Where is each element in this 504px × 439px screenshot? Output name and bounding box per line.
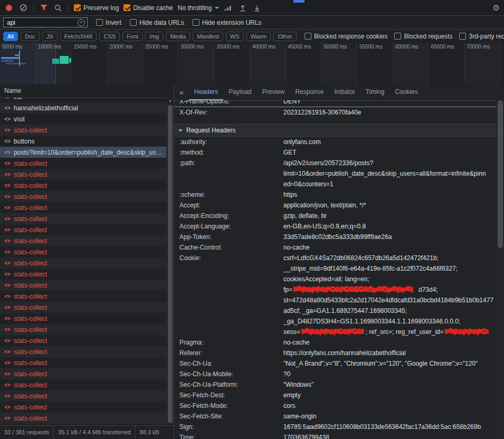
hide-data-urls-checkbox[interactable]: Hide data URLs bbox=[130, 19, 184, 26]
export-har-button[interactable] bbox=[252, 3, 262, 13]
tab-payload[interactable]: Payload bbox=[223, 84, 256, 100]
request-row[interactable]: <>init bbox=[0, 98, 167, 102]
request-name: stats-collect bbox=[14, 304, 47, 311]
request-row[interactable]: <>stats-collect bbox=[0, 335, 167, 346]
clear-filter-icon[interactable]: × bbox=[78, 19, 85, 26]
import-har-button[interactable] bbox=[238, 3, 248, 13]
header-value-line: https bbox=[283, 189, 497, 200]
request-row[interactable]: <>stats-collect bbox=[0, 235, 167, 246]
search-button[interactable] bbox=[53, 3, 63, 13]
request-row[interactable]: <>stats-collect bbox=[0, 158, 167, 169]
request-row[interactable]: <>stats-collect bbox=[0, 402, 167, 413]
request-row[interactable]: <>stats-collect bbox=[0, 324, 167, 335]
request-row[interactable]: <>stats-collect bbox=[0, 280, 167, 291]
overview-ruler-column: 25000 ms bbox=[143, 43, 179, 84]
type-filter-doc[interactable]: Doc bbox=[21, 32, 40, 41]
header-value-line: csrf=LdfcGX4Sa72db06824c657db26a5d142472… bbox=[283, 253, 497, 263]
header-value: no-cache bbox=[283, 337, 497, 348]
clipped-header-row: X-Frame-Options: DENY bbox=[179, 100, 497, 107]
tab-cookies[interactable]: Cookies bbox=[389, 84, 423, 100]
request-row[interactable]: <>stats-collect bbox=[0, 169, 167, 180]
tab-headers[interactable]: Headers bbox=[189, 84, 223, 100]
request-row[interactable]: <>stats-collect bbox=[0, 257, 167, 269]
type-filter-js[interactable]: JS bbox=[42, 32, 58, 41]
clear-button[interactable] bbox=[18, 3, 28, 13]
script-icon: <> bbox=[4, 249, 11, 255]
request-row[interactable]: <>stats-collect bbox=[0, 346, 167, 357]
type-filter-media[interactable]: Media bbox=[166, 32, 190, 41]
header-value: onlyfans.com bbox=[283, 137, 497, 147]
filter-checkbox-blocked-requests[interactable]: Blocked requests bbox=[394, 33, 452, 40]
header-name: Accept-Encoding: bbox=[179, 211, 283, 221]
request-row[interactable]: <>stats-collect bbox=[0, 191, 167, 202]
request-row[interactable]: <>posts?limit=10&order=publish_date_desc… bbox=[0, 147, 167, 158]
request-row[interactable]: <>visit bbox=[0, 113, 167, 125]
request-row[interactable]: <>stats-collect bbox=[0, 246, 167, 257]
type-filter-other[interactable]: Other bbox=[273, 32, 297, 41]
scroll-up-icon[interactable]: ▲ bbox=[167, 98, 174, 104]
script-icon: <> bbox=[4, 415, 11, 421]
network-overview[interactable]: 5000 ms10000 ms15000 ms20000 ms25000 ms3… bbox=[0, 43, 504, 85]
filter-checkbox-blocked-response-cookies[interactable]: Blocked response cookies bbox=[305, 33, 387, 40]
type-filter-font[interactable]: Font bbox=[122, 32, 142, 41]
filter-input[interactable] bbox=[6, 18, 75, 27]
request-row[interactable]: <>stats-collect bbox=[0, 180, 167, 191]
header-name: Sec-Fetch-Site: bbox=[179, 411, 283, 422]
ruler-tick-label: 25000 ms bbox=[145, 44, 168, 50]
request-row[interactable]: <>stats-collect bbox=[0, 313, 167, 324]
hide-extension-urls-checkbox[interactable]: Hide extension URLs bbox=[193, 19, 262, 26]
request-list-scrollbar[interactable]: ▲ bbox=[166, 98, 174, 425]
request-row[interactable]: <>stats-collect bbox=[0, 269, 167, 280]
request-row[interactable]: <>hannahelizabethofficial bbox=[0, 102, 167, 113]
request-row[interactable]: <>buttons bbox=[0, 136, 167, 147]
request-row[interactable]: <>stats-collect bbox=[0, 291, 167, 302]
network-conditions-button[interactable] bbox=[224, 3, 233, 13]
type-filter-all[interactable]: All bbox=[3, 32, 18, 41]
throttling-dropdown[interactable]: No throttling bbox=[178, 4, 220, 12]
script-icon: <> bbox=[4, 98, 11, 100]
details-scrollbar[interactable] bbox=[497, 100, 504, 439]
request-headers-section-header[interactable]: Request Headers bbox=[174, 124, 497, 137]
request-row[interactable]: <>stats-collect bbox=[0, 379, 167, 390]
filter-checkbox-3rd-party-requests[interactable]: 3rd-party requests bbox=[459, 33, 504, 40]
type-filter-css[interactable]: CSS bbox=[99, 32, 120, 41]
header-name: :method: bbox=[179, 147, 283, 158]
request-row[interactable]: <>stats-collect bbox=[0, 357, 167, 368]
preserve-log-checkbox[interactable]: Preserve log bbox=[74, 4, 119, 12]
type-filter-img[interactable]: Img bbox=[145, 32, 163, 41]
header-value-line: empty bbox=[283, 390, 497, 400]
filter-toggle-button[interactable] bbox=[39, 3, 49, 13]
request-row[interactable]: <>stats-collect bbox=[0, 413, 167, 424]
request-row[interactable]: <>stats-collect bbox=[0, 390, 167, 402]
type-filter-wasm[interactable]: Wasm bbox=[246, 32, 271, 41]
settings-gear-icon[interactable]: ⚙ bbox=[493, 4, 500, 12]
details-tabbar: × HeadersPayloadPreviewResponseInitiator… bbox=[174, 84, 504, 101]
close-details-button[interactable]: × bbox=[174, 85, 189, 100]
request-row[interactable]: <>stats-collect bbox=[0, 202, 167, 213]
request-row[interactable]: <>stats-collect bbox=[0, 125, 167, 136]
tab-initiator[interactable]: Initiator bbox=[329, 84, 360, 100]
request-name: stats-collect bbox=[14, 249, 47, 256]
details-tabs: HeadersPayloadPreviewResponseInitiatorTi… bbox=[189, 84, 423, 100]
tab-preview[interactable]: Preview bbox=[257, 84, 290, 100]
header-name: Referer: bbox=[179, 348, 283, 358]
tab-timing[interactable]: Timing bbox=[360, 84, 390, 100]
type-filter-manifest[interactable]: Manifest bbox=[193, 32, 223, 41]
header-value-line: 202312261916-30670fa40e bbox=[283, 107, 497, 118]
record-button[interactable] bbox=[4, 3, 14, 13]
scrollbar-thumb[interactable] bbox=[498, 100, 503, 248]
scrollbar-thumb[interactable] bbox=[168, 105, 173, 423]
tab-response[interactable]: Response bbox=[290, 84, 329, 100]
name-column-header[interactable]: Name bbox=[0, 84, 174, 98]
invert-checkbox[interactable]: Invert bbox=[96, 19, 121, 26]
header-value: 202312261916-30670fa40e bbox=[283, 107, 497, 118]
request-row[interactable]: <>stats-collect bbox=[0, 302, 167, 313]
request-row[interactable]: <>stats-collect bbox=[0, 368, 167, 379]
request-row[interactable]: <>stats-collect bbox=[0, 224, 167, 235]
header-name: Time: bbox=[179, 432, 283, 439]
type-filter-ws[interactable]: WS bbox=[226, 32, 244, 41]
disable-cache-checkbox[interactable]: Disable cache bbox=[123, 4, 173, 12]
type-filter-fetch-xhr[interactable]: Fetch/XHR bbox=[60, 32, 97, 41]
request-row[interactable]: <>stats-collect bbox=[0, 213, 167, 224]
request-name: stats-collect bbox=[14, 271, 47, 278]
